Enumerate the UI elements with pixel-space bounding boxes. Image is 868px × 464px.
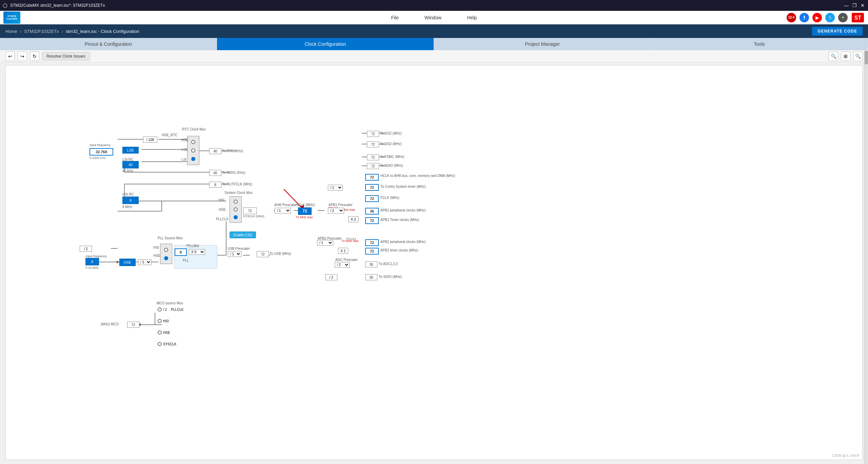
- undo-button[interactable]: ↩: [5, 52, 15, 61]
- pll-hse-label: HSE: [153, 254, 160, 258]
- to-fsmc-label: To FSMC (MHz): [380, 155, 405, 159]
- usb-presc-select[interactable]: / 1: [228, 251, 241, 257]
- mco-sysclk-option[interactable]: SYSCLK: [158, 342, 183, 346]
- mco-hse-option[interactable]: HSE: [158, 330, 183, 335]
- hse-rtc-label: HSE_RTC: [162, 133, 178, 137]
- mco-hsi-radio[interactable]: [158, 319, 162, 323]
- rtc-mux-lsi-label: LSI: [181, 158, 186, 161]
- input-freq2-label: Input frequency: [86, 255, 107, 258]
- apb2-periph-label: APB2 peripheral clocks (MHz): [380, 240, 426, 244]
- tab-clock[interactable]: Clock Configuration: [217, 38, 434, 50]
- adc-presc-select[interactable]: / 2: [335, 262, 350, 268]
- hclk-label: HCLK (MHz): [296, 203, 315, 207]
- pll-src-mux-radio-hsi[interactable]: [164, 248, 168, 252]
- resolve-clock-button[interactable]: Resolve Clock Issues: [42, 52, 90, 60]
- div2-sdio-box: / 2: [325, 274, 337, 280]
- main-canvas: Input frequency 32.768 0-1000 KHz LSE LS…: [5, 65, 863, 460]
- menu-help[interactable]: Help: [465, 14, 480, 22]
- zoom-in-button[interactable]: 🔍: [829, 52, 838, 61]
- pll-hsi-label: HSI: [153, 246, 159, 249]
- icon-10x[interactable]: 10✕: [787, 13, 796, 22]
- zoom-out-button[interactable]: 🔍: [853, 52, 863, 61]
- input-freq1-value[interactable]: 32.768: [90, 148, 113, 156]
- title-text: STM32CubeMX stm32_learn.ioc*: STM32F103Z…: [10, 3, 105, 8]
- sys-clk-mux-box[interactable]: [230, 196, 242, 223]
- youtube-icon[interactable]: ▶: [812, 13, 822, 22]
- sys-clk-mux-label: System Clock Mux: [224, 191, 253, 195]
- flitfclk-value-box: 8: [209, 182, 221, 188]
- adc-presc-label: ADC Prescaler: [335, 258, 358, 262]
- facebook-icon[interactable]: f: [800, 13, 809, 22]
- pll-src-mux-radio-hse[interactable]: [164, 256, 168, 260]
- mco-hse-radio[interactable]: [158, 330, 162, 335]
- rtc-mux-radio-lse[interactable]: [191, 148, 195, 153]
- to-sdio-label: To SDIO (MHz): [379, 275, 402, 279]
- enable-css-button[interactable]: Enable CSS: [230, 231, 256, 238]
- close-btn[interactable]: ✕: [860, 3, 865, 8]
- tab-project-manager[interactable]: Project Manager: [434, 38, 651, 50]
- toolbar-right: 🔍 ⊞ 🔍: [829, 52, 863, 61]
- app-logo: STM32 CubeMX: [3, 12, 20, 24]
- mco-sysclk-opt-label: SYSCLK: [163, 342, 176, 346]
- rtc-mux-label: RTC Clock Mux: [182, 127, 206, 131]
- watermark: CSDN @人才程序: [832, 453, 860, 458]
- apb2-presc-select[interactable]: / 1: [317, 240, 333, 246]
- refresh-button[interactable]: ↻: [30, 52, 39, 61]
- apb1-presc-select[interactable]: / 2: [328, 208, 344, 214]
- rtc-mux-radio-lsi[interactable]: [191, 157, 195, 161]
- hsi-value-box: 8: [122, 197, 139, 204]
- mco-sysclk-radio[interactable]: [158, 342, 162, 346]
- toolbar: ↩ ↪ ↻ Resolve Clock Issues 🔍 ⊞ 🔍: [0, 50, 868, 62]
- pll-mul-factor-select[interactable]: X 9: [189, 249, 205, 255]
- sys-mux-radio-hsi[interactable]: [234, 200, 238, 204]
- rtc-mux-box[interactable]: [187, 136, 199, 165]
- rtc-value-box: 40: [209, 148, 221, 154]
- maximize-btn[interactable]: ❐: [852, 3, 857, 8]
- mco-div2-label: / 2: [163, 308, 167, 311]
- twitter-icon[interactable]: 𝕏: [825, 13, 835, 22]
- ahb-presc-select[interactable]: / 1: [275, 208, 291, 214]
- logo-line2: CubeMX: [6, 18, 17, 20]
- sys-mux-radio-pll[interactable]: [234, 215, 238, 219]
- pclk2-label: PCLK2: [347, 237, 356, 241]
- tab-pinout[interactable]: Pinout & Configuration: [0, 38, 217, 50]
- usb-value-box: 72: [257, 251, 269, 257]
- tab-tools[interactable]: Tools: [651, 38, 868, 50]
- generate-code-button[interactable]: GENERATE CODE: [812, 27, 863, 36]
- mco-hsi-option[interactable]: HSI: [158, 319, 183, 323]
- cortex-value-box: 72: [365, 184, 379, 191]
- cortex-presc-select[interactable]: / 1: [328, 185, 343, 190]
- pll-src-mux-box[interactable]: [160, 244, 172, 264]
- to-cortex-label: To Cortex System timer (MHz): [380, 185, 426, 188]
- network-icon[interactable]: ✦: [838, 13, 848, 22]
- hclk-max: 72 MHz max: [296, 216, 313, 219]
- breadcrumb-chip[interactable]: STM32F103ZETx: [24, 29, 59, 34]
- minimize-btn[interactable]: —: [844, 3, 849, 8]
- hse-sys-label: HSE: [219, 208, 226, 211]
- ahb-presc-label: AHB Prescaler: [274, 203, 297, 207]
- redo-button[interactable]: ↪: [18, 52, 27, 61]
- breadcrumb-home[interactable]: Home: [5, 29, 17, 34]
- iwdg-value-box: 40: [209, 170, 221, 176]
- fclk-label: FCLK (MHz): [380, 196, 399, 200]
- mco-pllclk-option[interactable]: / 2 PLLCLK: [158, 307, 183, 311]
- mco-label: (MHz) MCO: [101, 322, 119, 326]
- i2s3-value-box: 72: [367, 141, 379, 147]
- fit-view-button[interactable]: ⊞: [841, 52, 850, 61]
- lsi-unit: 40 KHz: [122, 169, 134, 173]
- hclk-value-box[interactable]: 72: [298, 207, 312, 215]
- to-adc-label: To ADC1,2,3: [379, 262, 398, 266]
- menu-file[interactable]: File: [388, 14, 401, 22]
- hse-div1-select[interactable]: / 1: [138, 259, 152, 265]
- scrollbar-thumb[interactable]: [865, 51, 868, 64]
- scrollbar[interactable]: [864, 50, 868, 464]
- rtc-mux-radio-hse[interactable]: [191, 140, 195, 144]
- mco-pllclk-radio[interactable]: [158, 307, 162, 311]
- apb2-periph-value: 72: [365, 239, 379, 246]
- to-sdio-top-label: To SDIO (MHz): [380, 164, 403, 167]
- sys-mux-radio-hse[interactable]: [234, 207, 238, 211]
- menu-window[interactable]: Window: [422, 14, 444, 22]
- mco-src-mux-label: MCO source Mux: [157, 301, 183, 305]
- pll-src-mux-label: PLL Source Mux: [158, 236, 183, 240]
- breadcrumb-file[interactable]: stm32_learn.ioc - Clock Configuration: [66, 29, 139, 34]
